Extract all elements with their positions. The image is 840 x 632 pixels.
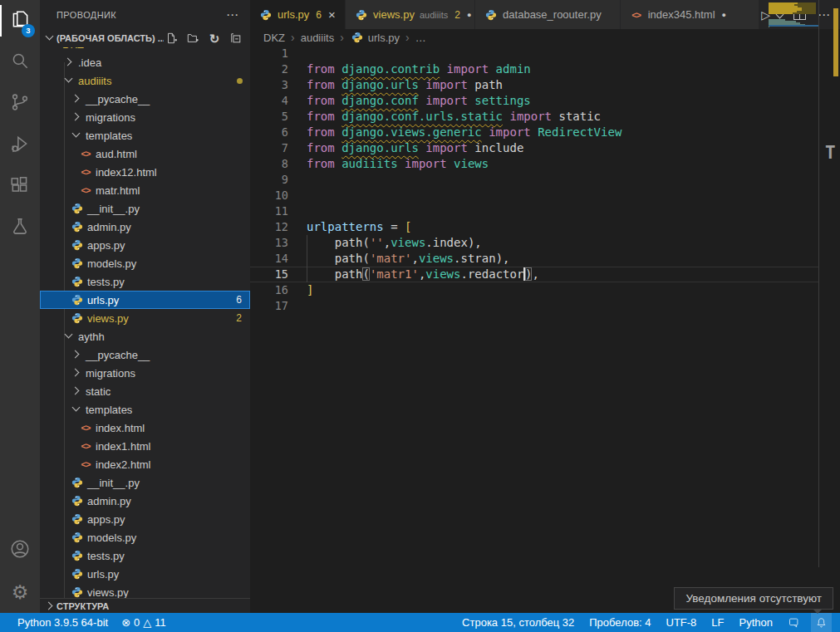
code-token: import — [425, 141, 468, 154]
line-text: path('matr',views.stran), — [307, 251, 510, 267]
tree-item-index1.html[interactable]: <>index1.html — [40, 437, 250, 455]
more-actions-icon[interactable]: ⋯ — [223, 7, 242, 22]
tree-item-audiiits[interactable]: audiiits — [40, 71, 250, 90]
tree-item-urls.py[interactable]: urls.py6 — [40, 291, 250, 309]
line-text: from django.conf import settings — [307, 93, 531, 109]
activity-source-control-button[interactable] — [0, 83, 40, 125]
editor-scrollbar[interactable]: T — [818, 0, 840, 567]
statusbar-eol[interactable]: LF — [707, 613, 728, 632]
activity-run-and-debug-button[interactable] — [0, 125, 40, 166]
tree-item-__init__.py[interactable]: __init__.py — [40, 473, 250, 492]
tree-item-templates[interactable]: templates — [40, 400, 250, 419]
line-text: from django.conf.urls.static import stat… — [307, 109, 601, 125]
tree-item-admin.py[interactable]: admin.py — [40, 218, 250, 236]
breadcrumb-item-audiiits[interactable]: audiiits — [301, 32, 334, 44]
code-line-4: 4from django.conf import settings — [250, 93, 840, 109]
tree-item-migrations[interactable]: migrations — [40, 108, 250, 126]
line-text: from django.urls import path — [307, 77, 503, 93]
refresh-icon[interactable]: ↻ — [207, 31, 222, 46]
tree-item-migrations[interactable]: migrations — [40, 364, 250, 382]
activity-settings-button[interactable]: ⚙ — [0, 571, 40, 613]
tree-item-views.py[interactable]: views.py2 — [40, 309, 250, 327]
tree-item-urls.py[interactable]: urls.py — [40, 565, 250, 583]
tree-item-apps.py[interactable]: apps.py — [40, 510, 250, 528]
code-token: ( — [362, 252, 369, 265]
workspace-section-header[interactable]: (РАБОЧАЯ ОБЛАСТЬ) ... ↻ — [40, 29, 250, 47]
code-token: 'matr' — [370, 252, 412, 265]
tree-item-index2.html[interactable]: <>index2.html — [40, 455, 250, 473]
tree-item-.idea[interactable]: .idea — [40, 53, 250, 71]
line-number: 8 — [250, 156, 288, 172]
close-icon[interactable]: × — [328, 8, 336, 21]
tab-database_roouter.py[interactable]: database_roouter.py — [475, 0, 620, 29]
tree-item-matr.html[interactable]: <>matr.html — [40, 181, 250, 199]
code-token: path — [307, 236, 362, 249]
activity-search-button[interactable] — [0, 42, 40, 83]
tree-item-index12.html[interactable]: <>index12.html — [40, 163, 250, 181]
tree-item-models.py[interactable]: models.py — [40, 528, 250, 546]
tree-item-__pycache__[interactable]: __pycache__ — [40, 345, 250, 364]
statusbar-problems[interactable]: ⊗0△11 — [117, 613, 170, 632]
statusbar-cursor-position[interactable]: Строка 15, столбец 32 — [458, 613, 578, 632]
tree-item-tests.py[interactable]: tests.py — [40, 272, 250, 291]
activity-testing-button[interactable] — [0, 208, 40, 249]
statusbar-feedback[interactable] — [784, 613, 804, 632]
outline-section-header[interactable]: СТРУКТУРА — [40, 598, 250, 613]
tree-item-models.py[interactable]: models.py — [40, 254, 250, 272]
activity-extensions-button[interactable] — [0, 166, 40, 208]
tree-item-tests.py[interactable]: tests.py — [40, 546, 250, 565]
statusbar-python-version[interactable]: Python 3.9.5 64-bit — [13, 613, 112, 632]
chevron-right-icon — [62, 56, 76, 69]
chevron-down-icon — [43, 32, 56, 45]
tree-item-label: aythh — [76, 331, 250, 343]
tree-item-__init__.py[interactable]: __init__.py — [40, 199, 250, 218]
tree-item-admin.py[interactable]: admin.py — [40, 492, 250, 510]
new-folder-icon[interactable] — [185, 31, 200, 46]
chevron-down-icon — [62, 330, 76, 343]
code-line-7: 7from django.urls import include — [250, 140, 840, 156]
tab-urls.py[interactable]: urls.py6× — [250, 0, 345, 29]
breadcrumb-item-urls.py[interactable]: urls.py — [350, 32, 400, 44]
tree-item-templates[interactable]: templates — [40, 126, 250, 145]
statusbar-language[interactable]: Python — [735, 613, 777, 632]
statusbar-notifications[interactable] — [811, 613, 832, 632]
tree-item-aud.html[interactable]: <>aud.html — [40, 145, 250, 163]
line-number: 9 — [250, 172, 288, 188]
tree-item-label: __pycache__ — [83, 349, 250, 361]
code-editor[interactable]: 12from django.contrib import admin3from … — [250, 46, 840, 613]
python-icon — [70, 513, 85, 525]
tab-views.py[interactable]: views.pyaudiiits2● — [346, 0, 474, 29]
code-line-13: 13 path('',views.index), — [250, 235, 840, 251]
modified-dot-icon[interactable]: ● — [722, 11, 726, 19]
modified-dot-icon[interactable]: ● — [467, 11, 471, 19]
tree-item-index.html[interactable]: <>index.html — [40, 419, 250, 437]
outline-label: СТРУКТУРА — [56, 601, 109, 611]
line-number: 4 — [250, 93, 288, 109]
code-line-9: 9 — [250, 172, 840, 188]
statusbar-encoding[interactable]: UTF-8 — [662, 613, 701, 632]
activity-account-button[interactable] — [0, 530, 40, 571]
new-file-icon[interactable] — [164, 31, 179, 46]
code-line-1: 1 — [250, 46, 840, 61]
tree-item-apps.py[interactable]: apps.py — [40, 236, 250, 254]
line-number: 13 — [250, 235, 288, 251]
breadcrumb-item-…[interactable]: … — [415, 32, 426, 44]
activity-explorer-button[interactable]: 3 — [0, 0, 40, 42]
code-token: from — [307, 110, 341, 123]
tab-index345.html[interactable]: <>index345.html● — [621, 0, 759, 29]
python-icon — [70, 239, 85, 251]
editor-group: urls.py6×views.pyaudiiits2●database_roou… — [250, 0, 840, 613]
python-icon — [70, 257, 85, 269]
minimap[interactable] — [769, 0, 818, 567]
tree-item-aythh[interactable]: aythh — [40, 327, 250, 345]
tree-item-views.py[interactable]: views.py — [40, 583, 250, 598]
statusbar-indentation[interactable]: Пробелов: 4 — [585, 613, 655, 632]
collapse-all-icon[interactable] — [228, 31, 243, 46]
tree-item-static[interactable]: static — [40, 382, 250, 400]
code-token: django.conf — [341, 94, 419, 107]
file-tree: DKZ.ideaaudiiits__pycache__migrationstem… — [40, 44, 250, 598]
activity-bar: 3⚙ — [0, 0, 40, 613]
breadcrumb-item-DKZ[interactable]: DKZ — [263, 32, 285, 44]
tree-item-__pycache__[interactable]: __pycache__ — [40, 90, 250, 108]
code-token: , — [532, 267, 538, 281]
